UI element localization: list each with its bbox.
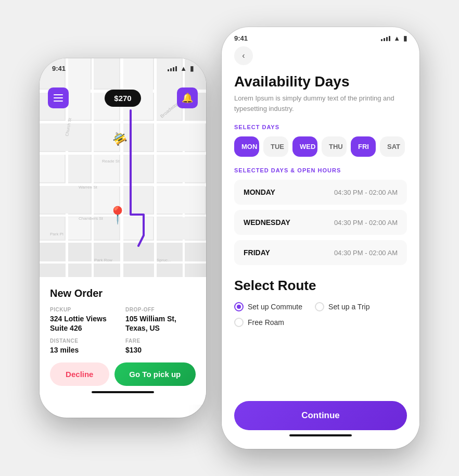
hour-row-wednesday: WEDNESDAY 04:30 PM - 02:00 AM (234, 210, 407, 235)
route-row-1: Set up Commute Set up a Trip (234, 302, 407, 311)
hour-row-friday: FRIDAY 04:30 PM - 02:00 AM (234, 240, 407, 265)
hour-day-wednesday: WEDNESDAY (244, 218, 290, 227)
time-right: 9:41 (234, 34, 248, 42)
pickup-detail: PICKUP 324 Lottie Views Suite 426 (50, 307, 120, 333)
svg-rect-22 (123, 123, 153, 151)
svg-rect-20 (40, 123, 91, 151)
svg-text:Reade St: Reade St (102, 159, 120, 164)
back-button[interactable]: ‹ (234, 46, 253, 65)
wifi-icon-right: ▲ (393, 34, 400, 42)
route-row-2: Free Roam (234, 318, 407, 327)
new-order-title: New Order (50, 287, 196, 299)
radio-trip[interactable]: Set up a Trip (315, 302, 369, 311)
hour-day-monday: MONDAY (244, 188, 275, 196)
status-bar-right: 9:41 ▲ ▮ (222, 27, 419, 46)
time-left: 9:41 (52, 65, 66, 72)
radio-label-freeroam: Free Roam (248, 318, 284, 327)
right-phone: 9:41 ▲ ▮ ‹ Availability Days Lorem Ipsum… (222, 27, 419, 449)
svg-rect-23 (157, 123, 205, 151)
home-indicator-right (289, 434, 352, 436)
home-indicator-left (92, 391, 154, 393)
battery-icon-right: ▮ (403, 34, 407, 42)
menu-button[interactable] (48, 87, 69, 108)
hour-time-wednesday: 04:30 PM - 02:00 AM (334, 219, 398, 227)
svg-rect-25 (68, 155, 91, 182)
continue-button[interactable]: Continue (234, 401, 407, 430)
continue-btn-wrap: Continue (222, 393, 419, 449)
map-header: $270 🔔 (40, 83, 206, 112)
hour-row-monday: MONDAY 04:30 PM - 02:00 AM (234, 180, 407, 205)
days-row: MON TUE WED THU FRI SAT SU (234, 136, 407, 157)
day-sat[interactable]: SAT (380, 136, 405, 157)
selected-days-label: SELECTED DAYS & OPEN HOURS (234, 167, 407, 173)
pickup-button[interactable]: Go To pick up (114, 362, 196, 386)
price-badge: $270 (105, 90, 141, 107)
svg-text:Warren St: Warren St (79, 185, 97, 190)
svg-rect-32 (157, 186, 205, 214)
distance-value: 13 miles (50, 345, 120, 355)
right-content: ‹ Availability Days Lorem Ipsum is simpl… (222, 46, 419, 400)
status-icons-right: ▲ ▮ (381, 34, 407, 42)
day-wed[interactable]: WED (292, 136, 317, 157)
hour-time-monday: 04:30 PM - 02:00 AM (334, 189, 398, 196)
svg-rect-28 (157, 155, 205, 182)
day-fri[interactable]: FRI (351, 136, 376, 157)
fare-label: FARE (125, 338, 196, 344)
day-tue[interactable]: TUE (263, 136, 288, 157)
select-days-label: SELECT DAYS (234, 124, 407, 130)
radio-label-commute: Set up Commute (248, 303, 302, 311)
fare-value: $130 (125, 345, 196, 355)
signal-icon-right (381, 36, 390, 41)
svg-text:Chambers St: Chambers St (79, 216, 103, 221)
hamburger-line-3 (54, 101, 63, 102)
distance-detail: DISTANCE 13 miles (50, 338, 120, 355)
left-phone: 9:41 ▲ ▮ (40, 58, 206, 418)
radio-freeroam[interactable]: Free Roam (234, 318, 284, 327)
page-title: Availability Days (234, 73, 407, 90)
dropoff-detail: DROP-OFF 105 William St, Texas, US (125, 307, 196, 333)
hour-day-friday: FRIDAY (244, 248, 270, 257)
page-subtitle: Lorem Ipsum is simply dummy text of the … (234, 93, 407, 114)
decline-button[interactable]: Decline (50, 362, 109, 386)
hour-time-friday: 04:30 PM - 02:00 AM (334, 249, 398, 257)
svg-rect-24 (40, 155, 65, 182)
status-icons-left: ▲ ▮ (168, 65, 194, 72)
back-arrow-icon: ‹ (242, 51, 245, 60)
route-options: Set up Commute Set up a Trip Free Roam (234, 302, 407, 327)
radio-circle-freeroam (234, 318, 244, 327)
svg-rect-37 (157, 217, 205, 240)
order-details-grid: PICKUP 324 Lottie Views Suite 426 DROP-O… (50, 307, 196, 355)
svg-rect-29 (40, 186, 91, 214)
distance-label: DISTANCE (50, 338, 120, 344)
dropoff-value: 105 William St, Texas, US (125, 314, 196, 333)
pickup-value: 324 Lottie Views Suite 426 (50, 314, 120, 333)
day-mon[interactable]: MON (234, 136, 259, 157)
svg-text:Park Row: Park Row (94, 258, 112, 262)
radio-circle-commute (234, 302, 244, 311)
svg-text:Park Pl: Park Pl (50, 232, 63, 236)
radio-circle-trip (315, 302, 324, 311)
svg-rect-27 (123, 155, 153, 182)
hamburger-line-1 (54, 94, 63, 95)
radio-commute[interactable]: Set up Commute (234, 302, 302, 311)
bottom-card: New Order PICKUP 324 Lottie Views Suite … (40, 277, 206, 405)
radio-dot-commute (237, 305, 241, 309)
status-bar-left: 9:41 ▲ ▮ (40, 58, 206, 76)
svg-text:Spruc...: Spruc... (157, 258, 171, 262)
pickup-label: PICKUP (50, 307, 120, 312)
location-pin: 📍 (107, 205, 128, 225)
battery-icon: ▮ (190, 65, 194, 72)
fare-detail: FARE $130 (125, 338, 196, 355)
hours-list: MONDAY 04:30 PM - 02:00 AM WEDNESDAY 04:… (234, 180, 407, 265)
action-buttons: Decline Go To pick up (50, 362, 196, 386)
day-thu[interactable]: THU (322, 136, 347, 157)
signal-icon (168, 66, 177, 71)
notification-button[interactable]: 🔔 (177, 87, 198, 108)
dropoff-label: DROP-OFF (125, 307, 196, 312)
wifi-icon: ▲ (180, 65, 187, 72)
radio-label-trip: Set up a Trip (328, 303, 369, 311)
hamburger-line-2 (54, 97, 63, 98)
map-area: 9:41 ▲ ▮ (40, 58, 206, 277)
select-route-title: Select Route (234, 278, 407, 294)
